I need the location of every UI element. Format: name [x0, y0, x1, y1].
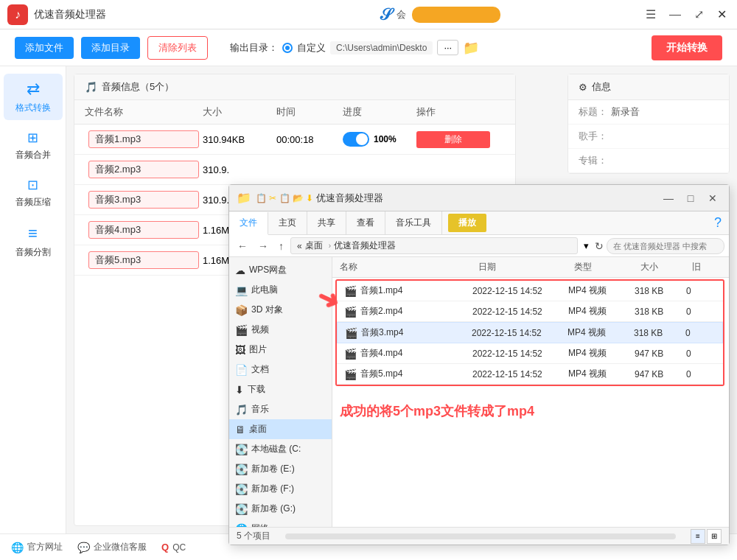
- col-progress: 进度: [343, 105, 416, 119]
- nav-item-drive-e[interactable]: 💽 新加卷 (E:): [229, 459, 332, 479]
- sidebar-item-merge[interactable]: ⊞ 音频合并: [4, 124, 63, 167]
- explorer-minimize-icon[interactable]: —: [660, 189, 677, 207]
- dropdown-icon[interactable]: ▾: [584, 240, 589, 251]
- file-name-explorer-5: 🎬 音频5.mp4: [344, 368, 472, 380]
- nav-item-download[interactable]: ⬇ 下载: [229, 379, 332, 399]
- file-icon-3: 🎬: [345, 327, 357, 339]
- tab-home[interactable]: 主页: [268, 211, 307, 234]
- wps-icon: ☁: [235, 265, 245, 276]
- file-type-3: MP4 视频: [567, 326, 634, 339]
- success-message: 成功的将5个mp3文件转成了mp4: [340, 404, 534, 419]
- audio-panel-title: 音频信息（5个）: [102, 80, 174, 94]
- drive-e-icon: 💽: [235, 463, 248, 475]
- nav-item-network[interactable]: 🌐 网络: [229, 519, 332, 527]
- nav-item-local-c[interactable]: 💽 本地磁盘 (C:: [229, 439, 332, 459]
- brand-s-icon: 𝒮: [380, 5, 391, 24]
- file-type-4: MP4 视频: [568, 347, 635, 360]
- file-row-1[interactable]: 🎬 音频1.mp4 2022-12-15 14:52 MP4 视频 318 KB…: [337, 281, 723, 301]
- nav-label-download: 下载: [248, 383, 265, 396]
- add-file-button[interactable]: 添加文件: [15, 37, 74, 59]
- file-name-4: 音频4.mp3: [88, 221, 199, 239]
- maximize-icon[interactable]: ⤢: [691, 4, 707, 24]
- tab-view[interactable]: 查看: [346, 211, 385, 234]
- sidebar-item-compress[interactable]: ⊡ 音频压缩: [4, 171, 63, 214]
- output-type: 自定义: [297, 41, 326, 55]
- bottom-item-qq[interactable]: Q QC: [161, 542, 186, 553]
- menu-icon[interactable]: ☰: [643, 4, 659, 24]
- tab-file[interactable]: 文件: [229, 212, 268, 235]
- explorer-controls: — □ ✕: [660, 189, 722, 207]
- progress-toggle-1[interactable]: [343, 132, 369, 147]
- horizontal-scrollbar[interactable]: [285, 533, 676, 539]
- nav-item-drive-g[interactable]: 💽 新加卷 (G:): [229, 499, 332, 519]
- dots-button[interactable]: ···: [437, 40, 458, 55]
- delete-button-1[interactable]: 删除: [416, 131, 490, 148]
- col-size: 大小: [203, 105, 276, 119]
- progress-area-1: 100%: [343, 132, 416, 147]
- sidebar-item-format[interactable]: ⇄ 格式转换: [4, 74, 63, 120]
- clear-list-button[interactable]: 清除列表: [147, 36, 208, 60]
- nav-item-music[interactable]: 🎵 音乐: [229, 399, 332, 419]
- status-text: 5 个项目: [237, 530, 270, 542]
- folder-icon[interactable]: 📁: [463, 40, 479, 56]
- col-filename: 文件名称: [85, 105, 203, 119]
- output-radio[interactable]: [282, 43, 293, 53]
- toolbar-icons: 📋 ✂ 📋 📂 ⬇: [256, 193, 313, 203]
- view-list-btn[interactable]: ≡: [691, 529, 705, 544]
- nav-item-video[interactable]: 🎬 视频: [229, 320, 332, 340]
- nav-item-desktop[interactable]: 🖥 桌面: [229, 419, 332, 439]
- bottom-item-wechat[interactable]: 💬 企业微信客服: [77, 541, 147, 553]
- nav-forward-button[interactable]: →: [254, 239, 272, 253]
- close-icon[interactable]: ✕: [714, 4, 730, 24]
- toggle-knob-1: [356, 133, 368, 145]
- download-icon: ⬇: [235, 384, 244, 396]
- info-row-title: 标题： 新录音: [568, 100, 729, 125]
- start-convert-button[interactable]: 开始转换: [652, 35, 722, 60]
- file-extra-2: 0: [686, 307, 716, 317]
- view-grid-btn[interactable]: ⊞: [707, 529, 722, 544]
- progress-text-1: 100%: [374, 134, 397, 144]
- nav-item-drive-f[interactable]: 💽 新加卷 (F:): [229, 479, 332, 499]
- file-extra-5: 0: [686, 369, 716, 379]
- file-time-1: 00:00:18: [276, 134, 343, 145]
- nav-label-drive-g: 新加卷 (G:): [251, 503, 296, 515]
- title-search-bar[interactable]: [412, 7, 500, 23]
- nav-item-docs[interactable]: 📄 文档: [229, 360, 332, 379]
- nav-back-button[interactable]: ←: [234, 239, 251, 253]
- file-row-3[interactable]: 🎬 音频3.mp4 2022-12-15 14:52 MP4 视频 318 KB…: [337, 322, 723, 343]
- docs-icon: 📄: [235, 364, 248, 376]
- website-label: 官方网址: [27, 541, 63, 553]
- file-row-4[interactable]: 🎬 音频4.mp4 2022-12-15 14:52 MP4 视频 947 KB…: [337, 343, 723, 364]
- title-bar: ♪ 优速音频处理器 𝒮 会 ☰ — ⤢ ✕: [0, 0, 737, 29]
- explorer-maximize-icon[interactable]: □: [682, 189, 699, 207]
- file-date-5: 2022-12-15 14:52: [472, 369, 568, 379]
- address-bar[interactable]: « 桌面 › 优速音频处理器: [290, 237, 578, 254]
- bottom-item-website[interactable]: 🌐 官方网址: [11, 541, 63, 553]
- add-dir-button[interactable]: 添加目录: [81, 37, 140, 59]
- music-icon: 🎵: [85, 81, 97, 93]
- file-name-1: 音频1.mp3: [88, 130, 199, 148]
- tab-music-tools[interactable]: 音乐工具: [385, 211, 442, 234]
- file-size-col-1: 318 KB: [635, 286, 686, 296]
- tab-share[interactable]: 共享: [307, 211, 346, 234]
- sidebar-item-split[interactable]: ≡ 音频分割: [4, 218, 63, 265]
- col-action: 操作: [416, 105, 490, 119]
- desktop-icon: 🖥: [235, 424, 245, 435]
- help-icon[interactable]: ?: [714, 215, 722, 231]
- nav-up-button[interactable]: ↑: [275, 239, 287, 253]
- refresh-icon[interactable]: ↻: [595, 240, 604, 252]
- search-input[interactable]: [607, 238, 724, 254]
- nav-label-pics: 图片: [249, 343, 267, 356]
- explorer-close-icon[interactable]: ✕: [704, 189, 722, 207]
- nav-item-pics[interactable]: 🖼 图片: [229, 340, 332, 360]
- file-explorer: 📁 📋 ✂ 📋 📂 ⬇ 优速音频处理器 — □ ✕ 文件 主页 共享 查看 音乐…: [228, 184, 730, 545]
- play-button[interactable]: 播放: [448, 214, 486, 232]
- sidebar-label-merge: 音频合并: [15, 149, 51, 161]
- file-row-5[interactable]: 🎬 音频5.mp4 2022-12-15 14:52 MP4 视频 947 KB…: [337, 364, 723, 385]
- file-size-col-2: 318 KB: [635, 307, 686, 317]
- nav-item-wps[interactable]: ☁ WPS网盘: [229, 260, 332, 280]
- address-part-1: «: [297, 241, 302, 251]
- file-icon-1: 🎬: [344, 285, 357, 297]
- minimize-icon[interactable]: —: [666, 5, 684, 24]
- file-row-2[interactable]: 🎬 音频2.mp4 2022-12-15 14:52 MP4 视频 318 KB…: [337, 301, 723, 322]
